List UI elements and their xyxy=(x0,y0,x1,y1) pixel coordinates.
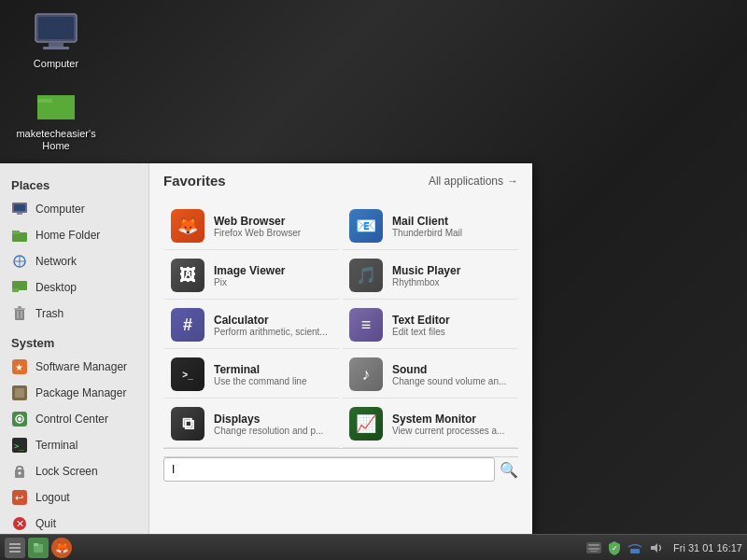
app-desc-sound: Change sound volume an... xyxy=(392,376,511,386)
sidebar-item-computer[interactable]: Computer xyxy=(0,196,148,222)
shield-icon[interactable]: ✓ xyxy=(606,539,623,556)
sidebar-item-package-manager[interactable]: Package Manager xyxy=(0,380,148,406)
app-name-text-editor: Text Editor xyxy=(392,314,511,327)
sidebar-quit-label: Quit xyxy=(35,517,56,530)
sidebar-terminal-label: Terminal xyxy=(35,439,78,452)
app-desc-image-viewer: Pix xyxy=(214,277,332,287)
svg-rect-41 xyxy=(34,543,38,546)
sidebar-network-label: Network xyxy=(35,255,77,268)
desktop-icon-home[interactable]: maketecheasier's Home xyxy=(19,79,93,152)
app-item-sound[interactable]: ♪ Sound Change sound volume an... xyxy=(342,351,518,399)
app-icon-calculator: # xyxy=(171,308,204,342)
search-button[interactable]: 🔍 xyxy=(500,461,518,479)
app-item-displays[interactable]: ⧉ Displays Change resolution and p... xyxy=(163,400,340,448)
app-icon-image-viewer: 🖼 xyxy=(171,259,204,292)
menu-sidebar: Places Computer xyxy=(0,163,149,546)
taskbar-menu-icon[interactable] xyxy=(5,538,25,558)
sidebar-item-network[interactable]: Network xyxy=(0,248,148,274)
sidebar-item-home-folder[interactable]: Home Folder xyxy=(0,222,148,248)
app-item-web-browser[interactable]: 🦊 Web Browser Firefox Web Browser xyxy=(163,203,340,250)
app-info-sound: Sound Change sound volume an... xyxy=(392,363,511,386)
app-desc-system-monitor: View current processes a... xyxy=(392,426,511,436)
package-manager-icon xyxy=(12,385,27,400)
app-name-image-viewer: Image Viewer xyxy=(214,264,332,277)
desktop: Computer maketecheasier's Home Places xyxy=(0,0,747,560)
sound-taskbar-icon[interactable] xyxy=(647,539,664,556)
app-info-web-browser: Web Browser Firefox Web Browser xyxy=(214,215,332,238)
svg-rect-25 xyxy=(15,388,24,398)
sidebar-item-software-manager[interactable]: ★ Software Manager xyxy=(0,354,148,380)
app-info-terminal-app: Terminal Use the command line xyxy=(214,363,332,386)
desktop-sidebar-icon xyxy=(12,281,27,294)
svg-text:✓: ✓ xyxy=(612,544,618,553)
app-desc-terminal-app: Use the command line xyxy=(214,376,332,386)
app-name-terminal-app: Terminal xyxy=(214,363,332,376)
svg-rect-16 xyxy=(12,288,19,292)
app-info-displays: Displays Change resolution and p... xyxy=(214,413,332,436)
sidebar-trash-label: Trash xyxy=(35,307,63,320)
app-icon-music-player: 🎵 xyxy=(349,259,383,292)
lock-screen-icon xyxy=(13,464,26,479)
app-item-text-editor[interactable]: ≡ Text Editor Edit text files xyxy=(342,301,518,349)
app-info-text-editor: Text Editor Edit text files xyxy=(392,314,511,337)
svg-text:>_: >_ xyxy=(14,441,24,451)
sidebar-home-label: Home Folder xyxy=(35,229,100,242)
app-item-image-viewer[interactable]: 🖼 Image Viewer Pix xyxy=(163,252,340,300)
home-icon-label: maketecheasier's Home xyxy=(16,128,95,152)
app-info-mail-client: Mail Client Thunderbird Mail xyxy=(392,215,511,238)
svg-rect-2 xyxy=(49,42,63,47)
search-bar: 🔍 xyxy=(163,456,518,482)
app-desc-displays: Change resolution and p... xyxy=(214,426,332,436)
app-name-calculator: Calculator xyxy=(214,314,332,327)
menu-header: Favorites All applications → xyxy=(163,173,518,193)
taskbar-browser-icon[interactable]: 🦊 xyxy=(51,538,72,558)
app-item-terminal-app[interactable]: >_ Terminal Use the command line xyxy=(163,351,340,399)
app-icon-mail-client: 📧 xyxy=(349,209,383,243)
taskbar-sys-icons: ✓ xyxy=(585,539,664,556)
svg-point-28 xyxy=(18,417,21,421)
sidebar-desktop-label: Desktop xyxy=(35,281,77,294)
svg-rect-45 xyxy=(590,551,598,552)
app-item-mail-client[interactable]: 📧 Mail Client Thunderbird Mail xyxy=(342,203,518,250)
all-apps-link[interactable]: All applications → xyxy=(429,175,518,188)
taskbar: 🦊 ✓ xyxy=(0,534,747,560)
sidebar-item-lock-screen[interactable]: Lock Screen xyxy=(0,458,148,484)
sidebar-item-desktop[interactable]: Desktop xyxy=(0,274,148,301)
app-info-calculator: Calculator Perform arithmetic, scient... xyxy=(214,314,332,337)
app-icon-displays: ⧉ xyxy=(171,407,204,441)
svg-rect-44 xyxy=(588,548,599,550)
taskbar-files-icon[interactable] xyxy=(28,538,49,558)
app-desc-calculator: Perform arithmetic, scient... xyxy=(214,327,332,337)
svg-rect-3 xyxy=(43,47,69,49)
logout-icon: ↩ xyxy=(12,490,27,505)
app-icon-system-monitor: 📈 xyxy=(349,407,383,441)
keyboard-icon[interactable] xyxy=(585,539,602,556)
network-taskbar-icon[interactable] xyxy=(627,539,643,556)
app-item-calculator[interactable]: # Calculator Perform arithmetic, scient.… xyxy=(163,301,340,349)
app-info-image-viewer: Image Viewer Pix xyxy=(214,264,332,287)
app-info-system-monitor: System Monitor View current processes a.… xyxy=(392,413,511,436)
sidebar-item-logout[interactable]: ↩ Logout xyxy=(0,484,148,511)
desktop-icon-computer[interactable]: Computer xyxy=(19,9,93,70)
svg-text:★: ★ xyxy=(15,362,23,372)
sidebar-item-trash[interactable]: Trash xyxy=(0,301,148,327)
all-apps-label: All applications xyxy=(429,175,503,188)
app-desc-web-browser: Firefox Web Browser xyxy=(214,228,332,238)
sidebar-computer-label: Computer xyxy=(35,203,85,216)
sidebar-item-control-center[interactable]: Control Center xyxy=(0,406,148,432)
svg-rect-6 xyxy=(37,103,75,119)
app-name-web-browser: Web Browser xyxy=(214,215,332,228)
all-apps-arrow: → xyxy=(507,175,518,188)
app-item-music-player[interactable]: 🎵 Music Player Rhythmbox xyxy=(342,252,518,300)
app-desc-mail-client: Thunderbird Mail xyxy=(392,228,511,238)
svg-rect-17 xyxy=(15,309,24,320)
search-input[interactable] xyxy=(163,457,495,482)
computer-icon-svg xyxy=(34,12,78,51)
sidebar-item-quit[interactable]: ✕ Quit xyxy=(0,511,148,537)
app-desc-text-editor: Edit text files xyxy=(392,327,511,337)
home-folder-svg xyxy=(35,84,77,119)
trash-sidebar-icon xyxy=(13,306,26,321)
app-item-system-monitor[interactable]: 📈 System Monitor View current processes … xyxy=(342,400,518,448)
sidebar-item-terminal[interactable]: >_ Terminal xyxy=(0,432,148,458)
network-sidebar-icon xyxy=(12,255,27,268)
